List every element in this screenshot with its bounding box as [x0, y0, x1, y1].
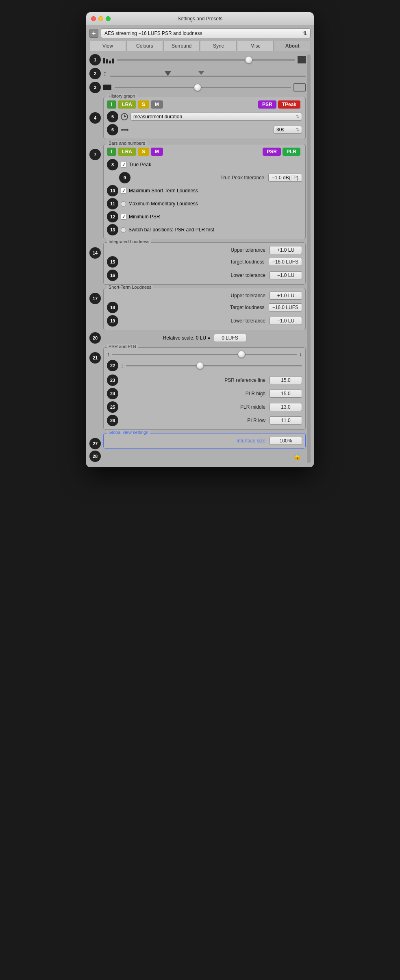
- row-7-outer: 7 Bars and numbers I LRA S M: [89, 142, 306, 241]
- row-num-26: 26: [107, 415, 118, 426]
- bn-btn-i[interactable]: I: [107, 148, 116, 156]
- preset-label: AES streaming −16 LUFS PSR and loudness: [104, 30, 202, 36]
- bn-btn-lra[interactable]: LRA: [118, 148, 136, 156]
- bars-numbers-buttons-row: I LRA S M PSR PLR: [107, 148, 302, 156]
- bn-btn-psr[interactable]: PSR: [263, 148, 281, 156]
- row-3-slider-track: [115, 87, 291, 88]
- window-title: Settings and Presets: [178, 16, 223, 22]
- history-graph-title: History graph: [107, 94, 137, 98]
- plr-high-value[interactable]: 15.0: [270, 390, 302, 398]
- row-num-22: 22: [107, 360, 118, 371]
- hg-btn-s[interactable]: S: [138, 100, 149, 109]
- hg-btn-i[interactable]: I: [107, 100, 116, 109]
- row-28: 28 🔒: [89, 450, 306, 462]
- row-num-8: 8: [107, 159, 118, 170]
- row-num-12: 12: [107, 211, 118, 222]
- row-1-slider-thumb[interactable]: [245, 56, 252, 63]
- row-20-content: Relative scale: 0 LU = 0 LUFS: [103, 332, 306, 344]
- row-9-content: 9 True Peak tolerance −1.0 dB(TP): [107, 172, 302, 183]
- short-term-lower-value[interactable]: −1.0 LU: [270, 317, 302, 325]
- row-2-slider-thumb[interactable]: [165, 71, 171, 78]
- row-num-19: 19: [107, 315, 118, 327]
- lock-icon[interactable]: 🔒: [293, 452, 302, 461]
- maximize-button[interactable]: [106, 16, 111, 21]
- tab-view[interactable]: View: [89, 41, 126, 51]
- row-num-24: 24: [107, 388, 118, 399]
- short-term-upper-value[interactable]: +1.0 LU: [270, 292, 302, 300]
- row-5-content: 5 measurement duration ⇅: [107, 111, 302, 122]
- true-peak-tolerance-value[interactable]: −1.0 dB(TP): [268, 174, 302, 182]
- min-psr-checkbox[interactable]: [121, 214, 126, 220]
- tab-sync[interactable]: Sync: [200, 41, 237, 51]
- hg-btn-tpeak[interactable]: TPeak: [278, 100, 300, 109]
- row-18-content: 18 Target loudness −16.0 LUFS: [107, 302, 302, 313]
- bars-numbers-title: Bars and numbers: [107, 141, 147, 146]
- range-dropdown[interactable]: 30s ⇅: [274, 126, 302, 134]
- traffic-lights: [91, 16, 111, 21]
- psr-ref-label: PSR reference line: [121, 377, 270, 383]
- row-num-3: 3: [89, 82, 101, 93]
- tab-surround[interactable]: Surround: [163, 41, 200, 51]
- psr-slider-1-thumb[interactable]: [238, 351, 245, 358]
- scrollbar[interactable]: [307, 54, 311, 463]
- row-2: 2 ↕: [89, 68, 306, 80]
- hg-btn-psr[interactable]: PSR: [258, 100, 276, 109]
- short-term-panel: Short-Term Loudness Upper tolerance +1.0…: [103, 288, 306, 330]
- switch-bar-check-row: Switch bar positions: PSR and PLR first: [121, 227, 214, 233]
- psr-ref-value[interactable]: 15.0: [270, 376, 302, 384]
- short-term-target-value[interactable]: −16.0 LUFS: [269, 303, 302, 311]
- row-23-content: 23 PSR reference line 15.0: [107, 375, 302, 386]
- add-preset-button[interactable]: +: [89, 29, 98, 38]
- tab-misc[interactable]: Misc: [237, 41, 274, 51]
- tab-about[interactable]: About: [274, 41, 311, 51]
- max-momentary-radio[interactable]: [121, 201, 126, 207]
- row-27-inner: Global view settings Interface size 100%: [103, 431, 306, 450]
- row-num-28: 28: [89, 451, 101, 462]
- interface-size-value[interactable]: 100%: [270, 437, 302, 445]
- down-arrow-icon: ↓: [299, 351, 302, 357]
- true-peak-checkbox[interactable]: [121, 162, 126, 168]
- psr-slider-2-track: [126, 365, 302, 366]
- global-view-panel: Global view settings Interface size 100%: [103, 433, 306, 449]
- row-6-content: 6 ⟺ 30s ⇅: [107, 124, 302, 135]
- short-term-title: Short-Term Loudness: [107, 285, 153, 290]
- preset-dropdown[interactable]: AES streaming −16 LUFS PSR and loudness …: [101, 28, 311, 38]
- row-num-1: 1: [89, 54, 101, 65]
- plr-low-label: PLR low: [121, 418, 270, 423]
- row-num-9: 9: [119, 172, 130, 183]
- integrated-lower-value[interactable]: −1.0 LU: [270, 271, 302, 279]
- hg-btn-lra[interactable]: LRA: [118, 100, 136, 109]
- bn-btn-s[interactable]: S: [138, 148, 149, 156]
- row-2-content: ↕: [103, 68, 306, 80]
- row-2-slider-container: [110, 71, 306, 77]
- bn-btn-plr[interactable]: PLR: [283, 148, 300, 156]
- plr-middle-value[interactable]: 13.0: [270, 403, 302, 411]
- integrated-target-value[interactable]: −16.0 LUFS: [269, 258, 302, 266]
- plr-high-label: PLR high: [121, 391, 270, 396]
- switch-bar-radio[interactable]: [121, 227, 126, 233]
- close-button[interactable]: [91, 16, 96, 21]
- bn-btn-m[interactable]: M: [151, 148, 163, 156]
- row-3-slider-thumb[interactable]: [194, 84, 201, 91]
- row-num-16: 16: [107, 270, 118, 281]
- max-short-term-label: Maximum Short-Term Loudness: [129, 188, 198, 194]
- relative-scale-value[interactable]: 0 LUFS: [214, 334, 246, 342]
- duration-dropdown[interactable]: measurement duration ⇅: [130, 113, 302, 121]
- hg-btn-m[interactable]: M: [151, 100, 163, 109]
- row-3: 3: [89, 81, 306, 94]
- preset-chevron-icon: ⇅: [303, 30, 307, 36]
- row-8-content: 8 True Peak: [107, 159, 302, 170]
- tab-colours[interactable]: Colours: [126, 41, 163, 51]
- max-short-term-checkbox[interactable]: [121, 188, 126, 194]
- row-17-lv: Upper tolerance +1.0 LU: [107, 292, 302, 300]
- plr-low-value[interactable]: 11.0: [270, 416, 302, 425]
- row-3-slider-container: [115, 87, 291, 88]
- range-label: 30s: [276, 127, 284, 133]
- minimize-button[interactable]: [98, 16, 103, 21]
- row-num-11: 11: [107, 198, 118, 209]
- integrated-upper-value[interactable]: +1.0 LU: [270, 246, 302, 254]
- row-12-content: 12 Minimum PSR: [107, 211, 302, 222]
- row-20: 20 Relative scale: 0 LU = 0 LUFS: [89, 332, 306, 344]
- psr-slider-2-thumb[interactable]: [196, 362, 204, 369]
- row-28-content: 🔒: [103, 450, 302, 462]
